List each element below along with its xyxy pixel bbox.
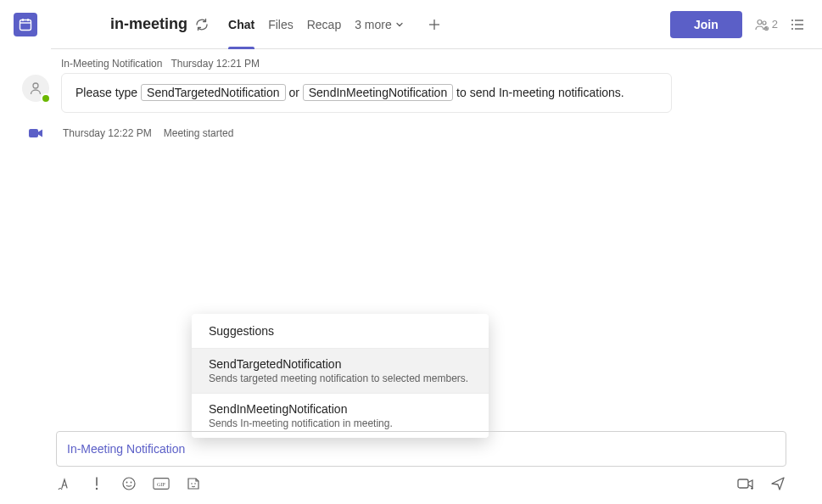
svg-rect-18 [29, 129, 38, 137]
people-icon [754, 17, 769, 32]
svg-point-22 [126, 482, 128, 484]
svg-point-26 [191, 483, 193, 484]
participants-count: 2 [772, 18, 778, 31]
svg-point-23 [131, 482, 132, 484]
tab-more[interactable]: 3 more [348, 0, 411, 49]
add-tab-button[interactable] [421, 11, 448, 38]
video-icon [20, 125, 51, 142]
svg-point-21 [123, 478, 135, 490]
svg-point-27 [194, 483, 196, 484]
bot-avatar [22, 75, 49, 102]
meeting-started-row: Thursday 12:22 PM Meeting started [0, 113, 822, 142]
svg-point-20 [96, 488, 98, 490]
command-token: SendTargetedNotification [141, 84, 285, 101]
suggestions-popup: Suggestions SendTargetedNotification Sen… [192, 314, 489, 438]
suggestion-title: SendTargetedNotification [209, 357, 472, 371]
channel-title: in-meeting [110, 15, 187, 33]
participants-button[interactable]: 2 [754, 17, 778, 32]
tab-chat[interactable]: Chat [221, 0, 261, 49]
emoji-icon[interactable] [120, 475, 137, 492]
join-button[interactable]: Join [670, 11, 742, 38]
meeting-details-icon[interactable] [790, 17, 805, 32]
tab-recap[interactable]: Recap [300, 0, 348, 49]
message-meta: In-Meeting Notification Thursday 12:21 P… [61, 58, 672, 70]
format-icon[interactable] [56, 475, 73, 492]
gif-icon[interactable]: GIF [153, 475, 170, 492]
message-row: In-Meeting Notification Thursday 12:21 P… [0, 49, 822, 113]
compose-input[interactable]: In-Meeting Notification [56, 431, 786, 467]
video-clip-icon[interactable] [737, 475, 754, 492]
send-icon[interactable] [769, 475, 786, 492]
compose-area: In-Meeting Notification GIF [56, 431, 786, 492]
channel-header: in-meeting Chat Files Recap 3 more Join … [51, 0, 822, 49]
presence-available-icon [41, 93, 51, 104]
sender-name: In-Meeting Notification [61, 58, 162, 70]
chat-content: In-Meeting Notification Thursday 12:21 P… [0, 49, 822, 504]
suggestion-title: SendInMeetingNotification [209, 402, 472, 416]
tab-strip: Chat Files Recap 3 more [221, 0, 448, 49]
svg-rect-28 [738, 479, 748, 488]
suggestion-item[interactable]: SendTargetedNotification Sends targeted … [192, 349, 489, 394]
compose-toolbar: GIF [56, 475, 786, 492]
sticker-icon[interactable] [185, 475, 202, 492]
suggestion-desc: Sends targeted meeting notification to s… [209, 372, 472, 384]
app-rail [0, 0, 51, 49]
svg-point-12 [791, 24, 793, 25]
svg-point-7 [763, 21, 766, 25]
svg-point-11 [791, 20, 793, 21]
loop-icon[interactable] [194, 17, 210, 32]
meeting-time: Thursday 12:22 PM [63, 127, 152, 139]
chevron-down-icon [395, 20, 404, 29]
message-time: Thursday 12:21 PM [171, 58, 260, 70]
svg-point-13 [791, 28, 793, 30]
svg-point-17 [33, 83, 38, 88]
svg-text:GIF: GIF [157, 481, 166, 487]
calendar-app-icon[interactable] [14, 13, 37, 36]
meeting-label: Meeting started [164, 127, 234, 139]
svg-point-6 [758, 20, 762, 24]
suggestions-header: Suggestions [192, 314, 489, 349]
tab-files[interactable]: Files [261, 0, 300, 49]
command-token: SendInMeetingNotification [303, 84, 453, 101]
message-card: Please type SendTargetedNotification or … [61, 73, 672, 113]
suggestion-desc: Sends In-meeting notification in meeting… [209, 417, 472, 429]
svg-rect-0 [20, 20, 31, 31]
priority-icon[interactable] [88, 475, 105, 492]
